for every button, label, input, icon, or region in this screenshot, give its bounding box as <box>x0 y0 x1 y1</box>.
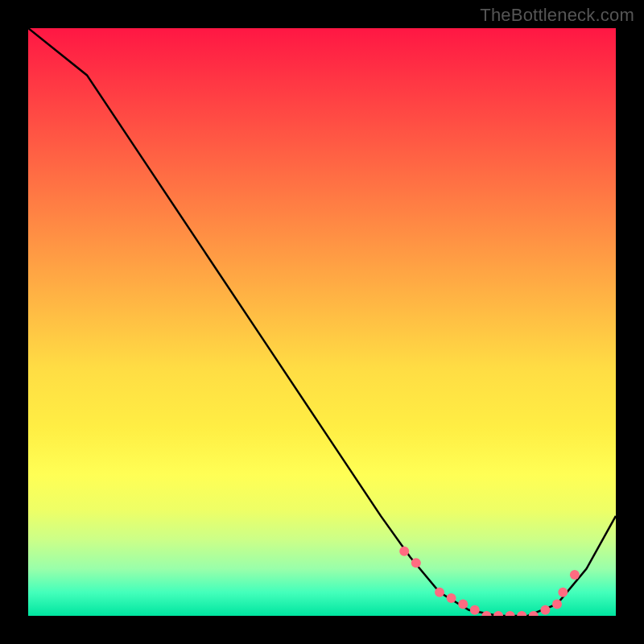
marker-dot <box>540 605 550 615</box>
marker-dot <box>570 570 580 580</box>
marker-dot <box>447 593 456 603</box>
marker-dot <box>517 611 526 616</box>
watermark-text: TheBottleneck.com <box>480 5 634 26</box>
chart-frame: TheBottleneck.com <box>0 0 644 644</box>
marker-dot <box>493 611 503 616</box>
marker-dot <box>411 558 421 568</box>
chart-svg <box>28 28 616 616</box>
marker-dot <box>458 599 468 609</box>
bottleneck-curve <box>28 28 616 616</box>
marker-dot <box>470 605 480 615</box>
marker-dot <box>552 599 562 609</box>
marker-dot <box>399 547 409 556</box>
marker-dot <box>506 611 515 616</box>
marker-dot <box>558 588 568 597</box>
plot-area <box>28 28 616 616</box>
marker-group <box>399 547 580 616</box>
marker-dot <box>435 588 444 597</box>
marker-dot <box>481 611 491 616</box>
